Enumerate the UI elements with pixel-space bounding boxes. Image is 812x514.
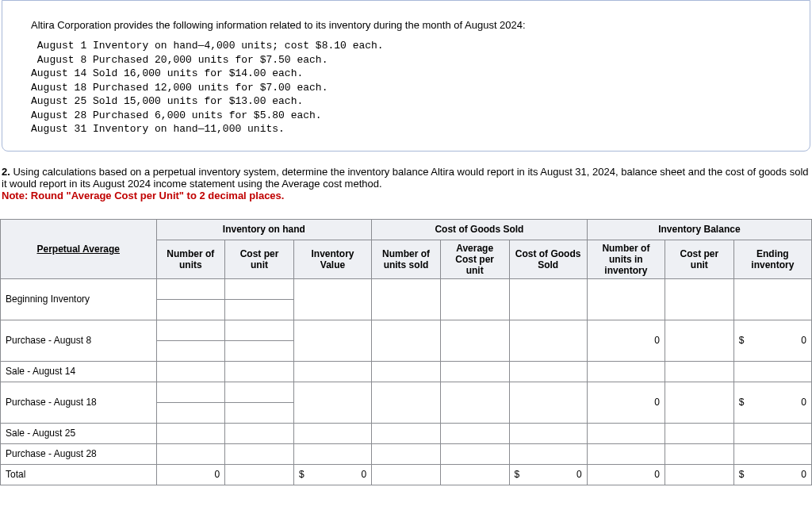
note-label: Note: xyxy=(2,190,28,201)
input-cell[interactable] xyxy=(665,423,734,443)
calc-cell xyxy=(225,464,294,485)
table-row: Sale - August 14 xyxy=(1,361,812,382)
input-cell[interactable] xyxy=(440,423,509,443)
col-cogs: Cost of Goods Sold xyxy=(509,240,587,278)
input-cell[interactable] xyxy=(509,443,587,464)
input-cell[interactable] xyxy=(225,320,294,340)
col-num-units-sold: Number of units sold xyxy=(372,240,441,278)
input-cell[interactable] xyxy=(372,278,441,320)
input-cell[interactable] xyxy=(509,361,587,382)
input-cell[interactable] xyxy=(372,382,441,423)
input-cell[interactable] xyxy=(225,278,294,299)
input-cell[interactable] xyxy=(509,278,587,320)
calc-cell: $0 xyxy=(733,464,811,485)
input-cell[interactable] xyxy=(372,361,441,382)
input-cell[interactable] xyxy=(733,423,811,443)
input-cell[interactable] xyxy=(225,382,294,402)
table-row: Purchase - August 8 0 $0 xyxy=(1,320,812,340)
row-beginning-inventory: Beginning Inventory xyxy=(1,278,157,320)
input-cell[interactable] xyxy=(156,402,225,423)
calc-cell: 0 xyxy=(587,464,665,485)
input-cell[interactable] xyxy=(440,443,509,464)
row-purchase-aug-28: Purchase - August 28 xyxy=(1,443,157,464)
intro-text: Altira Corporation provides the followin… xyxy=(31,19,781,31)
input-cell[interactable] xyxy=(156,278,225,299)
calc-cell: 0 xyxy=(156,464,225,485)
input-cell[interactable] xyxy=(665,382,734,423)
calc-cell xyxy=(440,464,509,485)
input-cell[interactable] xyxy=(156,443,225,464)
input-cell[interactable] xyxy=(293,423,371,443)
input-cell[interactable] xyxy=(225,361,294,382)
question-body: Using calculations based on a perpetual … xyxy=(2,166,809,190)
input-cell[interactable] xyxy=(293,278,371,320)
input-cell[interactable] xyxy=(225,402,294,423)
input-cell[interactable] xyxy=(587,443,665,464)
input-cell[interactable] xyxy=(509,423,587,443)
input-cell[interactable] xyxy=(372,423,441,443)
row-sale-aug-25: Sale - August 25 xyxy=(1,423,157,443)
input-cell[interactable] xyxy=(440,382,509,423)
input-cell[interactable] xyxy=(587,361,665,382)
calc-cell: $0 xyxy=(733,382,811,423)
col-avg-cost-per-unit: Average Cost per unit xyxy=(440,240,509,278)
input-cell[interactable] xyxy=(156,299,225,320)
input-cell[interactable] xyxy=(293,320,371,361)
transactions-list: August 1 Inventory on hand—4,000 units; … xyxy=(31,39,781,136)
input-cell[interactable] xyxy=(372,320,441,361)
input-cell[interactable] xyxy=(156,320,225,340)
table-row: Purchase - August 28 xyxy=(1,443,812,464)
col-inventory-value: Inventory Value xyxy=(293,240,371,278)
input-cell[interactable] xyxy=(509,382,587,423)
note-body: Round "Average Cost per Unit" to 2 decim… xyxy=(31,190,285,201)
table-row: Purchase - August 18 0 $0 xyxy=(1,382,812,402)
input-cell[interactable] xyxy=(733,443,811,464)
input-cell[interactable] xyxy=(440,320,509,361)
input-cell[interactable] xyxy=(587,423,665,443)
input-cell[interactable] xyxy=(293,361,371,382)
table-row: Sale - August 25 xyxy=(1,423,812,443)
col-num-units: Number of units xyxy=(156,240,225,278)
input-cell[interactable] xyxy=(293,443,371,464)
col-cost-per-unit: Cost per unit xyxy=(225,240,294,278)
group-cogs: Cost of Goods Sold xyxy=(372,219,588,240)
input-cell[interactable] xyxy=(665,443,734,464)
question-number: 2. xyxy=(2,166,10,178)
calc-cell: 0 xyxy=(587,320,665,361)
input-cell[interactable] xyxy=(665,320,734,361)
info-panel: Altira Corporation provides the followin… xyxy=(2,0,810,152)
input-cell[interactable] xyxy=(225,299,294,320)
row-purchase-aug-18: Purchase - August 18 xyxy=(1,382,157,423)
input-cell[interactable] xyxy=(225,340,294,361)
input-cell[interactable] xyxy=(665,361,734,382)
group-inventory-on-hand: Inventory on hand xyxy=(156,219,372,240)
calc-cell: $0 xyxy=(293,464,371,485)
input-cell[interactable] xyxy=(587,278,665,320)
row-sale-aug-14: Sale - August 14 xyxy=(1,361,157,382)
input-cell[interactable] xyxy=(665,278,734,320)
input-cell[interactable] xyxy=(225,423,294,443)
input-cell[interactable] xyxy=(156,423,225,443)
calc-cell xyxy=(372,464,441,485)
row-total: Total xyxy=(1,464,157,485)
col-cost-per-unit-bal: Cost per unit xyxy=(665,240,734,278)
calc-cell: 0 xyxy=(587,382,665,423)
input-cell[interactable] xyxy=(225,443,294,464)
table-row: Total 0 $0 $0 0 $0 xyxy=(1,464,812,485)
input-cell[interactable] xyxy=(293,382,371,423)
input-cell[interactable] xyxy=(440,361,509,382)
input-cell[interactable] xyxy=(733,278,811,320)
input-cell[interactable] xyxy=(509,320,587,361)
row-purchase-aug-8: Purchase - August 8 xyxy=(1,320,157,361)
table-row: Beginning Inventory xyxy=(1,278,812,299)
input-cell[interactable] xyxy=(156,361,225,382)
calc-cell xyxy=(665,464,734,485)
col-ending-inventory: Ending inventory xyxy=(733,240,811,278)
input-cell[interactable] xyxy=(733,361,811,382)
input-cell[interactable] xyxy=(372,443,441,464)
calc-cell: $0 xyxy=(733,320,811,361)
calc-cell: $0 xyxy=(509,464,587,485)
input-cell[interactable] xyxy=(440,278,509,320)
input-cell[interactable] xyxy=(156,382,225,402)
input-cell[interactable] xyxy=(156,340,225,361)
